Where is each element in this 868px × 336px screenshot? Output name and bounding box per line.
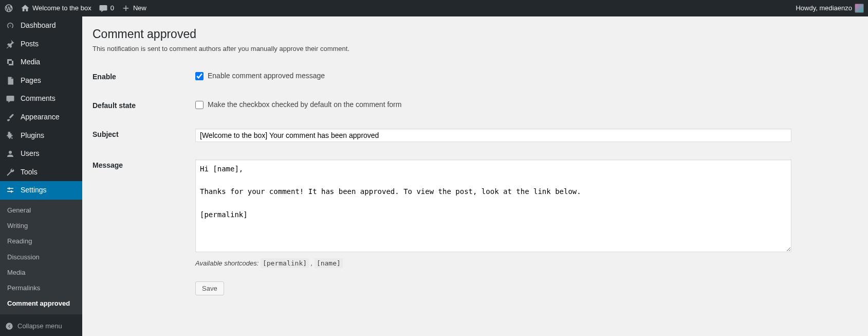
sidebar-item-users[interactable]: Users — [0, 145, 82, 163]
enable-checkbox-wrapper[interactable]: Enable comment approved message — [195, 71, 858, 81]
user-icon — [6, 149, 15, 158]
sidebar-item-pages[interactable]: Pages — [0, 72, 82, 90]
label-message: Message — [93, 160, 195, 171]
default-state-checkbox-label: Make the checkbox checked by default on … — [208, 100, 401, 110]
pin-icon — [6, 39, 15, 48]
settings-sliders-icon — [6, 186, 15, 195]
home-icon — [21, 4, 30, 13]
submenu-item-permalinks[interactable]: Permalinks — [0, 280, 82, 296]
page-icon — [6, 76, 15, 85]
label-default-state: Default state — [93, 100, 195, 111]
sidebar-item-label: Dashboard — [21, 21, 56, 31]
shortcodes-hint: Available shortcodes: [permalink] , [nam… — [195, 259, 858, 268]
plus-icon — [121, 4, 131, 13]
collapse-menu-button[interactable]: Collapse menu — [0, 316, 82, 336]
sidebar-item-label: Settings — [21, 185, 47, 196]
page-title: Comment approved — [93, 26, 858, 42]
new-label: New — [133, 4, 146, 13]
sidebar-item-comments[interactable]: Comments — [0, 90, 82, 108]
submenu-item-discussion[interactable]: Discussion — [0, 250, 82, 265]
sidebar-item-plugins[interactable]: Plugins — [0, 127, 82, 145]
row-message: Message Available shortcodes: [permalink… — [93, 154, 858, 308]
enable-checkbox[interactable] — [195, 72, 204, 80]
save-button[interactable]: Save — [195, 281, 224, 295]
sidebar-item-appearance[interactable]: Appearance — [0, 108, 82, 127]
comment-icon — [6, 94, 15, 103]
sidebar-item-label: Users — [21, 149, 40, 159]
admin-bar-new[interactable]: New — [121, 4, 146, 13]
sidebar-item-tools[interactable]: Tools — [0, 163, 82, 182]
chevron-left-circle-icon — [5, 322, 13, 330]
admin-bar-logo[interactable] — [4, 4, 13, 13]
admin-sidebar: Dashboard Posts Media Pages Comments App… — [0, 16, 82, 336]
sidebar-item-label: Comments — [21, 94, 56, 104]
sidebar-item-label: Posts — [21, 39, 39, 49]
message-textarea[interactable] — [195, 160, 791, 252]
main-content: Comment approved This notification is se… — [82, 16, 868, 336]
comment-bubble-icon — [99, 4, 108, 13]
row-default-state: Default state Make the checkbox checked … — [93, 95, 858, 123]
page-description: This notification is sent to comment aut… — [93, 44, 858, 54]
enable-checkbox-label: Enable comment approved message — [208, 71, 325, 81]
default-state-checkbox-wrapper[interactable]: Make the checkbox checked by default on … — [195, 100, 858, 110]
row-subject: Subject — [93, 123, 858, 154]
sidebar-item-media[interactable]: Media — [0, 53, 82, 72]
sidebar-item-posts[interactable]: Posts — [0, 35, 82, 54]
row-enable: Enable Enable comment approved message — [93, 66, 858, 95]
sidebar-item-label: Tools — [21, 167, 38, 178]
admin-bar-comments[interactable]: 0 — [99, 4, 114, 13]
plugin-icon — [6, 131, 15, 140]
site-name-label: Welcome to the box — [32, 4, 91, 13]
wrench-icon — [6, 168, 15, 177]
sidebar-item-label: Pages — [21, 76, 41, 86]
collapse-menu-label: Collapse menu — [17, 322, 62, 331]
sidebar-item-settings[interactable]: Settings — [0, 181, 82, 200]
admin-bar-user-menu[interactable]: Howdy, mediaenzo — [796, 4, 864, 13]
label-subject: Subject — [93, 129, 195, 140]
comments-count-label: 0 — [110, 4, 114, 13]
avatar — [855, 4, 864, 13]
media-icon — [6, 58, 15, 67]
submenu-item-comment-approved[interactable]: Comment approved — [0, 296, 82, 311]
sidebar-item-label: Media — [21, 57, 40, 67]
admin-bar-site-name[interactable]: Welcome to the box — [21, 4, 91, 13]
howdy-label: Howdy, mediaenzo — [796, 4, 852, 13]
sidebar-item-dashboard[interactable]: Dashboard — [0, 16, 82, 35]
brush-icon — [6, 113, 15, 122]
submenu-item-media[interactable]: Media — [0, 265, 82, 280]
admin-bar: Welcome to the box 0 New Howdy, mediaenz… — [0, 0, 868, 16]
settings-submenu: General Writing Reading Discussion Media… — [0, 200, 82, 314]
default-state-checkbox[interactable] — [195, 101, 204, 109]
wordpress-icon — [4, 4, 13, 13]
sidebar-item-label: Appearance — [21, 112, 60, 122]
submenu-item-writing[interactable]: Writing — [0, 218, 82, 234]
subject-input[interactable] — [195, 129, 791, 142]
dashboard-icon — [6, 21, 15, 30]
submenu-item-general[interactable]: General — [0, 203, 82, 218]
sidebar-item-label: Plugins — [21, 131, 44, 141]
label-enable: Enable — [93, 71, 195, 82]
submenu-item-reading[interactable]: Reading — [0, 234, 82, 249]
